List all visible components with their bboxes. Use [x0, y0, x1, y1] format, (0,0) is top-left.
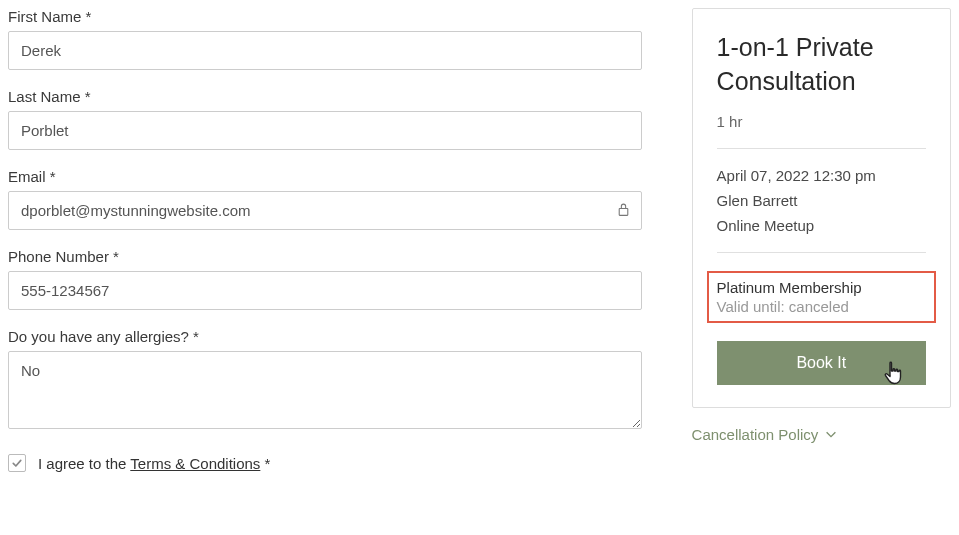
terms-row: I agree to the Terms & Conditions * [8, 454, 642, 472]
first-name-label: First Name * [8, 8, 642, 25]
terms-checkbox[interactable] [8, 454, 26, 472]
service-duration: 1 hr [717, 113, 926, 130]
first-name-input[interactable] [8, 31, 642, 70]
allergies-group: Do you have any allergies? * [8, 328, 642, 432]
membership-name: Platinum Membership [717, 279, 926, 296]
divider-1 [717, 148, 926, 149]
phone-label: Phone Number * [8, 248, 642, 265]
cancellation-policy-toggle[interactable]: Cancellation Policy [692, 426, 951, 443]
cancellation-label: Cancellation Policy [692, 426, 819, 443]
terms-link[interactable]: Terms & Conditions [130, 455, 260, 472]
email-label: Email * [8, 168, 642, 185]
first-name-group: First Name * [8, 8, 642, 70]
booking-datetime: April 07, 2022 12:30 pm [717, 167, 926, 184]
pointer-cursor-icon [882, 359, 906, 391]
phone-group: Phone Number * [8, 248, 642, 310]
terms-prefix: I agree to the [38, 455, 130, 472]
divider-2 [717, 252, 926, 253]
summary-card: 1-on-1 Private Consultation 1 hr April 0… [692, 8, 951, 408]
last-name-input[interactable] [8, 111, 642, 150]
allergies-textarea[interactable] [8, 351, 642, 429]
membership-highlight: Platinum Membership Valid until: cancele… [707, 271, 936, 323]
allergies-label: Do you have any allergies? * [8, 328, 642, 345]
booking-staff: Glen Barrett [717, 192, 926, 209]
last-name-group: Last Name * [8, 88, 642, 150]
terms-text: I agree to the Terms & Conditions * [38, 455, 270, 472]
email-input-wrap [8, 191, 642, 230]
last-name-label: Last Name * [8, 88, 642, 105]
terms-suffix: * [260, 455, 270, 472]
booking-location: Online Meetup [717, 217, 926, 234]
booking-form: First Name * Last Name * Email * Phone N… [8, 8, 642, 527]
service-title: 1-on-1 Private Consultation [717, 31, 926, 99]
book-it-label: Book It [796, 354, 846, 371]
phone-input[interactable] [8, 271, 642, 310]
book-it-button[interactable]: Book It [717, 341, 926, 385]
email-group: Email * [8, 168, 642, 230]
summary-sidebar: 1-on-1 Private Consultation 1 hr April 0… [692, 8, 951, 527]
email-input[interactable] [8, 191, 642, 230]
membership-validity: Valid until: canceled [717, 298, 926, 315]
chevron-down-icon [824, 427, 838, 441]
